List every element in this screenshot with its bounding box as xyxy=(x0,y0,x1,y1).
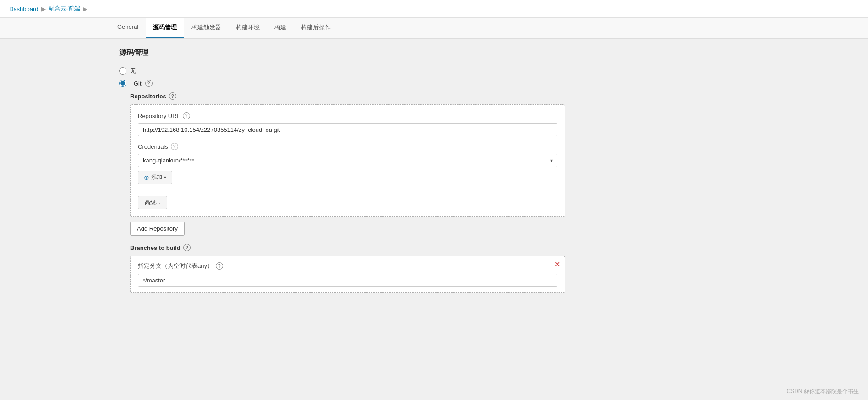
branch-field-label: 指定分支（为空时代表any） xyxy=(138,262,213,270)
breadcrumb-sep2: ▶ xyxy=(83,5,87,12)
credentials-help-icon[interactable]: ? xyxy=(171,143,178,150)
git-section: Repositories ? Repository URL ? Credenti… xyxy=(130,92,859,293)
main-content: 源码管理 无 Git ? Repositories ? Repository U… xyxy=(0,39,868,400)
branches-help-icon[interactable]: ? xyxy=(183,244,191,251)
page-title: 源码管理 xyxy=(119,48,859,58)
tab-post[interactable]: 构建后操作 xyxy=(294,18,338,38)
radio-git-option[interactable]: Git ? xyxy=(119,80,859,87)
add-repository-button[interactable]: Add Repository xyxy=(130,222,185,236)
breadcrumb-dashboard[interactable]: Dashboard xyxy=(9,5,38,12)
repositories-label-row: Repositories ? xyxy=(130,92,859,100)
branch-box: 指定分支（为空时代表any） ? ✕ xyxy=(130,256,565,293)
repo-url-group: Repository URL ? xyxy=(138,112,557,136)
credentials-select-wrapper: kang-qiankun/****** ▾ xyxy=(138,154,557,167)
repo-url-help-icon[interactable]: ? xyxy=(183,112,190,119)
add-credentials-dropdown-arrow: ▾ xyxy=(164,175,166,180)
breadcrumb-bar: Dashboard ▶ 融合云-前端 ▶ xyxy=(0,0,868,18)
tab-env[interactable]: 构建环境 xyxy=(229,18,267,38)
breadcrumb-sep1: ▶ xyxy=(41,5,46,12)
repositories-label: Repositories xyxy=(130,93,166,100)
watermark: CSDN @你道本部院是个书生 xyxy=(786,388,859,395)
add-repository-label: Add Repository xyxy=(137,225,178,232)
repo-url-label: Repository URL xyxy=(138,113,180,119)
tab-build[interactable]: 构建 xyxy=(267,18,294,38)
radio-none-input[interactable] xyxy=(119,67,126,75)
credentials-select[interactable]: kang-qiankun/****** xyxy=(138,154,557,167)
advanced-button-label: 高级... xyxy=(145,199,160,206)
repositories-dashed-box: Repository URL ? Credentials ? kang-qian… xyxy=(130,104,565,217)
radio-git-input[interactable] xyxy=(119,80,126,87)
add-credentials-label: 添加 xyxy=(151,173,162,181)
add-credentials-button[interactable]: ⊕ 添加 ▾ xyxy=(138,171,172,184)
branch-field-label-row: 指定分支（为空时代表any） ? ✕ xyxy=(138,262,557,270)
branches-label-row: Branches to build ? xyxy=(130,244,859,251)
repositories-help-icon[interactable]: ? xyxy=(169,92,176,100)
advanced-button[interactable]: 高级... xyxy=(138,196,167,209)
radio-none-label: 无 xyxy=(130,67,136,75)
radio-none-option[interactable]: 无 xyxy=(119,67,859,75)
add-credentials-icon: ⊕ xyxy=(144,174,149,181)
repo-url-input[interactable] xyxy=(138,123,557,136)
breadcrumb-project[interactable]: 融合云-前端 xyxy=(49,5,80,13)
radio-git-label: Git xyxy=(134,80,142,87)
branch-remove-button[interactable]: ✕ xyxy=(554,261,560,268)
branches-label: Branches to build xyxy=(130,244,180,251)
credentials-group: Credentials ? kang-qiankun/****** ▾ ⊕ 添加… xyxy=(138,143,557,184)
tab-general[interactable]: General xyxy=(110,18,146,38)
repo-url-label-row: Repository URL ? xyxy=(138,112,557,119)
branch-field-help-icon[interactable]: ? xyxy=(216,262,223,270)
credentials-label: Credentials xyxy=(138,143,168,150)
tab-source[interactable]: 源码管理 xyxy=(146,18,184,38)
credentials-label-row: Credentials ? xyxy=(138,143,557,150)
branch-value-input[interactable] xyxy=(138,274,557,287)
tab-trigger[interactable]: 构建触发器 xyxy=(184,18,229,38)
radio-group: 无 Git ? xyxy=(119,67,859,87)
git-help-icon[interactable]: ? xyxy=(145,80,153,87)
tab-bar: General 源码管理 构建触发器 构建环境 构建 构建后操作 xyxy=(0,18,868,39)
